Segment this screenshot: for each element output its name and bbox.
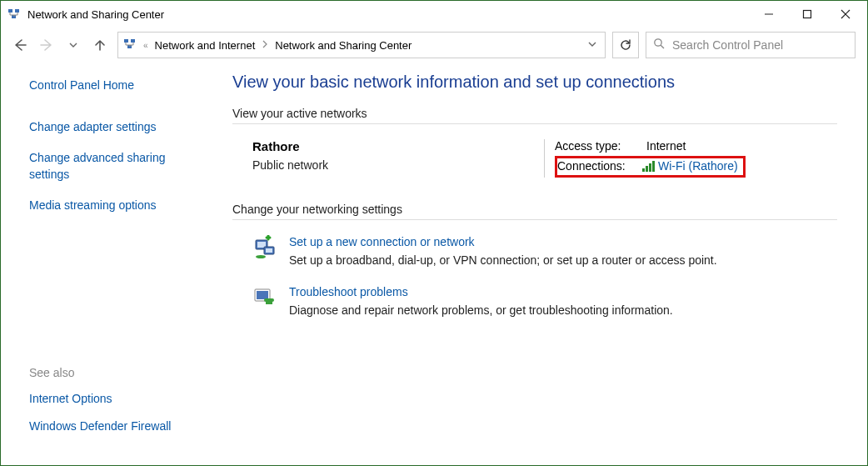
forward-button[interactable]: [39, 38, 54, 53]
window-controls: [761, 6, 854, 23]
svg-rect-1: [15, 9, 19, 13]
new-connection-icon: [252, 235, 277, 260]
search-box[interactable]: [646, 32, 856, 58]
access-type-value: Internet: [646, 139, 686, 153]
breadcrumb-seg[interactable]: Network and Internet: [155, 39, 256, 52]
main-content: View your basic network information and …: [217, 63, 867, 465]
svg-point-16: [256, 255, 266, 258]
network-name: Rathore: [252, 139, 544, 153]
recent-dropdown-icon[interactable]: [66, 38, 81, 53]
sidebar: Control Panel Home Change adapter settin…: [1, 63, 217, 465]
svg-rect-7: [124, 39, 128, 43]
window-title: Network and Sharing Center: [27, 8, 164, 21]
address-bar[interactable]: « Network and Internet Network and Shari…: [117, 32, 606, 58]
troubleshoot-icon: [252, 285, 277, 310]
wifi-signal-icon: [642, 161, 655, 172]
search-icon: [653, 38, 666, 53]
sidebar-item-home[interactable]: Control Panel Home: [29, 78, 201, 94]
svg-rect-15: [266, 248, 272, 253]
setting-item-new-connection: Set up a new connection or network Set u…: [252, 235, 837, 267]
back-button[interactable]: [12, 38, 27, 53]
svg-point-10: [655, 39, 661, 46]
chevron-left-double-icon[interactable]: «: [142, 41, 150, 50]
connections-highlight-box: Connections: Wi-Fi (Rathore): [555, 156, 746, 178]
refresh-button[interactable]: [612, 32, 639, 58]
svg-rect-20: [266, 302, 272, 304]
close-button[interactable]: [837, 6, 854, 23]
sidebar-item-adapter[interactable]: Change adapter settings: [29, 119, 201, 136]
active-network-row: Rathore Public network Access type: Inte…: [232, 139, 837, 178]
connection-link[interactable]: Wi-Fi (Rathore): [658, 159, 738, 173]
address-dropdown-icon[interactable]: [580, 40, 605, 50]
network-sharing-icon: [123, 38, 137, 53]
up-button[interactable]: [92, 38, 107, 53]
setting-title[interactable]: Troubleshoot problems: [289, 285, 673, 298]
svg-rect-18: [257, 291, 268, 299]
breadcrumb-seg[interactable]: Network and Sharing Center: [275, 39, 412, 52]
maximize-button[interactable]: [799, 6, 816, 23]
page-title: View your basic network information and …: [232, 73, 837, 92]
search-input[interactable]: [672, 38, 848, 52]
nav-row: « Network and Internet Network and Shari…: [1, 28, 867, 63]
network-type: Public network: [252, 158, 544, 172]
sidebar-item-firewall[interactable]: Windows Defender Firewall: [29, 418, 201, 435]
chevron-right-icon: [255, 40, 275, 50]
titlebar: Network and Sharing Center: [1, 1, 867, 28]
setting-desc: Diagnose and repair network problems, or…: [289, 303, 673, 317]
setting-desc: Set up a broadband, dial-up, or VPN conn…: [289, 253, 717, 267]
sidebar-item-sharing[interactable]: Change advanced sharing settings: [29, 150, 201, 183]
access-type-label: Access type:: [555, 139, 646, 153]
sidebar-item-internet-options[interactable]: Internet Options: [29, 391, 201, 408]
minimize-button[interactable]: [761, 6, 777, 23]
network-sharing-icon: [7, 8, 21, 21]
setting-title[interactable]: Set up a new connection or network: [289, 235, 717, 248]
svg-line-11: [661, 45, 664, 48]
connections-label: Connections:: [557, 159, 641, 173]
active-networks-header: View your active networks: [232, 107, 837, 124]
svg-rect-8: [131, 39, 135, 43]
change-settings-header: Change your networking settings: [232, 203, 837, 220]
sidebar-item-media[interactable]: Media streaming options: [29, 198, 201, 214]
setting-item-troubleshoot: Troubleshoot problems Diagnose and repai…: [252, 285, 837, 317]
svg-rect-0: [8, 9, 12, 13]
see-also-header: See also: [29, 366, 201, 379]
svg-rect-19: [264, 298, 274, 302]
svg-rect-4: [804, 11, 811, 18]
